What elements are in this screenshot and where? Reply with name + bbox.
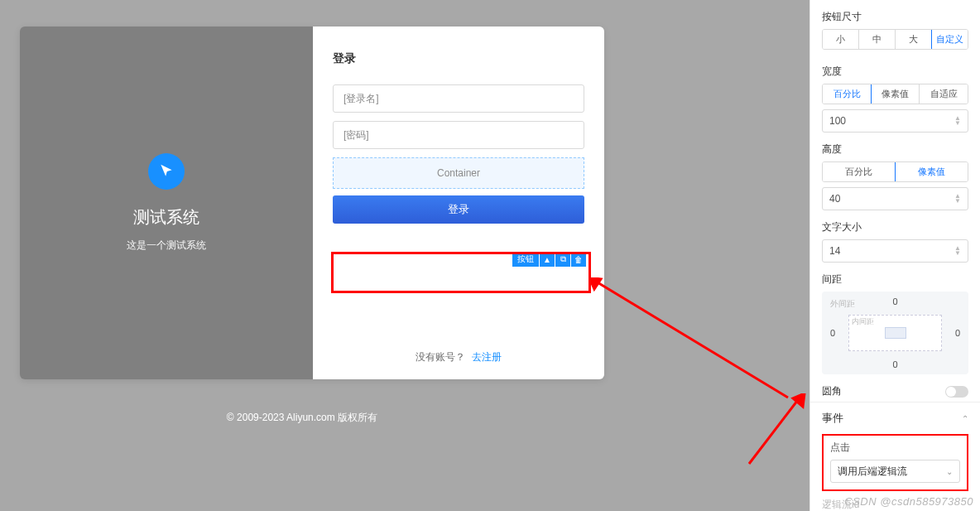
canvas-area: 测试系统 这是一个测试系统 登录 [登录名] [密码] Container 登录… [0, 0, 809, 511]
svg-line-0 [589, 277, 788, 398]
width-percent[interactable]: 百分比 [822, 84, 872, 104]
login-card: 测试系统 这是一个测试系统 登录 [登录名] [密码] Container 登录… [20, 27, 604, 379]
width-label: 宽度 [822, 65, 968, 79]
logic-id-label: 逻辑流id [822, 498, 968, 511]
username-input[interactable]: [登录名] [333, 84, 584, 113]
click-label: 点击 [830, 441, 960, 455]
cursor-icon [148, 153, 185, 190]
selection-move-up-icon[interactable]: ▲ [540, 252, 555, 267]
login-heading: 登录 [333, 51, 584, 66]
click-event-box: 点击 调用后端逻辑流 ⌄ [822, 434, 968, 491]
login-right-pane: 登录 [登录名] [密码] Container 登录 没有账号？ 去注册 [313, 27, 604, 379]
height-segment: 百分比 像素值 [822, 161, 968, 182]
width-px[interactable]: 像素值 [871, 84, 920, 104]
selection-copy-icon[interactable]: ⧉ [555, 252, 570, 267]
size-segment: 小 中 大 自定义 [822, 29, 968, 50]
size-custom[interactable]: 自定义 [931, 29, 968, 50]
chevron-up-icon: ⌃ [962, 414, 968, 423]
stepper-icon[interactable]: ▲▼ [954, 116, 961, 126]
copyright-text: © 2009-2023 Aliyun.com 版权所有 [0, 411, 604, 425]
selection-toolbar: 按钮 ▲ ⧉ 🗑 [512, 252, 586, 267]
radius-toggle[interactable] [945, 386, 968, 398]
width-segment: 百分比 像素值 自适应 [822, 84, 968, 104]
height-input[interactable]: 40 ▲▼ [822, 187, 968, 210]
selection-label[interactable]: 按钮 [512, 252, 539, 267]
events-section-header[interactable]: 事件 ⌃ [810, 402, 980, 434]
spacing-center-icon [885, 327, 906, 339]
no-account-text: 没有账号？ [416, 351, 465, 363]
selection-delete-icon[interactable]: 🗑 [571, 252, 586, 267]
register-row: 没有账号？ 去注册 [333, 350, 584, 364]
system-title: 测试系统 [133, 206, 199, 229]
stepper-icon[interactable]: ▲▼ [954, 246, 961, 256]
font-size-input[interactable]: 14 ▲▼ [822, 239, 968, 263]
width-input[interactable]: 100 ▲▼ [822, 109, 968, 133]
login-left-pane: 测试系统 这是一个测试系统 [20, 27, 313, 379]
properties-panel: 按钮尺寸 小 中 大 自定义 宽度 百分比 像素值 自适应 100 ▲▼ 高度 … [809, 0, 980, 511]
annotation-arrow-2 [745, 393, 811, 472]
height-percent[interactable]: 百分比 [823, 162, 896, 181]
size-small[interactable]: 小 [823, 30, 859, 49]
spacing-box[interactable]: 外间距 0 0 0 0 内间距 [822, 292, 968, 374]
width-auto[interactable]: 自适应 [920, 84, 968, 104]
login-button[interactable]: 登录 [333, 195, 584, 224]
radius-label: 圆角 [822, 384, 842, 398]
size-large[interactable]: 大 [896, 30, 932, 49]
height-px[interactable]: 像素值 [895, 161, 968, 182]
height-label: 高度 [822, 142, 968, 157]
button-size-label: 按钮尺寸 [822, 10, 968, 24]
chevron-down-icon: ⌄ [946, 467, 953, 476]
container-slot[interactable]: Container [333, 157, 584, 189]
size-medium[interactable]: 中 [859, 30, 896, 49]
click-action-select[interactable]: 调用后端逻辑流 ⌄ [830, 460, 960, 483]
system-subtitle: 这是一个测试系统 [127, 239, 206, 253]
svg-marker-1 [589, 277, 601, 289]
spacing-label: 间距 [822, 272, 968, 287]
annotation-arrow-1 [589, 277, 796, 406]
stepper-icon[interactable]: ▲▼ [954, 194, 961, 204]
register-link[interactable]: 去注册 [472, 351, 502, 363]
font-size-label: 文字大小 [822, 220, 968, 234]
svg-line-2 [749, 393, 803, 464]
password-input[interactable]: [密码] [333, 121, 584, 149]
